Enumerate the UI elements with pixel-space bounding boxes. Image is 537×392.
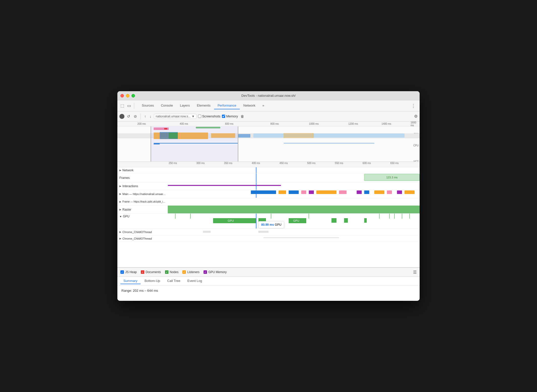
main-track-row: ▶ Main — https://nationalrail.umaar.now.… (117, 190, 420, 198)
upload-button[interactable]: ↑ (143, 114, 147, 119)
kebab-menu[interactable]: ⋮ (409, 102, 418, 110)
network-expand-icon[interactable]: ▶ (119, 169, 121, 172)
svg-rect-40 (364, 218, 367, 223)
interactions-cursor (256, 182, 256, 190)
tab-console[interactable]: Console (157, 102, 177, 109)
frame-track-label[interactable]: ▶ Frame — https://track.zpbt.uk/zpbt_ifr… (117, 198, 168, 205)
gpu-collapse-icon[interactable]: ▼ (119, 215, 122, 218)
detail-mark-450: 450 ms (280, 162, 288, 165)
main-track-svg (168, 190, 420, 198)
legend-listeners[interactable]: ✓ Listeners (182, 270, 199, 274)
main-track-label[interactable]: ▶ Main — https://nationalrail.umaar.now.… (117, 190, 168, 198)
svg-rect-10 (284, 133, 314, 138)
settings-button[interactable]: ⚙ (414, 114, 418, 119)
tab-call-tree[interactable]: Call Tree (164, 278, 183, 284)
svg-rect-17 (279, 190, 286, 194)
gpu-track-content[interactable]: GPU GPU (168, 214, 420, 228)
svg-rect-46 (203, 231, 211, 233)
frames-badge: 123.3 ms (364, 174, 420, 181)
clear-button[interactable]: ⊘ (133, 114, 138, 119)
summary-area: Range: 202 ms – 644 ms (117, 286, 420, 301)
main-expand-icon[interactable]: ▶ (119, 192, 121, 195)
legend-gpu-memory[interactable]: ✓ GPU Memory (204, 270, 227, 274)
analysis-tabs: Summary Bottom-Up Call Tree Event Log (117, 277, 420, 286)
legend-gpu-memory-check: ✓ (204, 270, 207, 274)
tab-sources[interactable]: Sources (138, 102, 157, 109)
tab-elements[interactable]: Elements (193, 102, 214, 109)
interactions-expand-icon[interactable]: ▶ (119, 185, 121, 187)
screenshots-input[interactable] (198, 115, 201, 118)
time-mark-600: 600 ms (225, 122, 233, 125)
gpu-track-row: ▼ GPU GPU (117, 214, 420, 229)
time-cursor (256, 167, 256, 173)
svg-rect-19 (301, 190, 306, 194)
overview-timeline[interactable]: 200 ms 400 ms 600 ms 800 ms 1000 ms 1200… (117, 121, 420, 162)
delete-button[interactable]: 🗑 (240, 114, 245, 119)
svg-rect-26 (387, 190, 392, 194)
io-track-2-label[interactable]: ▶ Chrome_ChildIOThread (117, 235, 168, 242)
memory-label: Memory (226, 114, 238, 118)
io-track-1-label[interactable]: ▶ Chrome_ChildIOThread (117, 229, 168, 235)
svg-text:GPU: GPU (293, 219, 299, 222)
svg-rect-27 (397, 190, 402, 194)
tab-more[interactable]: » (259, 102, 268, 109)
legend-menu-button[interactable]: ☰ (413, 270, 417, 275)
legend-js-heap-label: JS Heap (125, 270, 137, 274)
io2-expand-icon[interactable]: ▶ (119, 237, 121, 240)
close-button[interactable] (120, 94, 124, 97)
controls-bar: ↺ ⊘ ↑ ↓ nationalrail.umaar.now.s... ▼ Sc… (117, 111, 420, 121)
tab-network[interactable]: Network (240, 102, 259, 109)
tab-layers[interactable]: Layers (176, 102, 193, 109)
main-track-content[interactable] (168, 190, 420, 198)
refresh-button[interactable]: ↺ (126, 114, 131, 119)
svg-rect-47 (258, 231, 268, 233)
network-track-label[interactable]: ▶ Network (117, 167, 168, 173)
url-selector[interactable]: nationalrail.umaar.now.s... ▼ (154, 114, 196, 119)
legend-nodes[interactable]: ✓ Nodes (165, 270, 179, 274)
legend-documents[interactable]: ✓ Documents (141, 270, 161, 274)
download-button[interactable]: ↓ (149, 114, 152, 119)
tab-summary[interactable]: Summary (120, 278, 141, 284)
io-track-2-row: ▶ Chrome_ChildIOThread (117, 235, 420, 242)
tab-performance[interactable]: Performance (214, 102, 240, 109)
memory-input[interactable] (222, 115, 225, 118)
legend-documents-label: Documents (146, 270, 161, 274)
memory-checkbox[interactable]: Memory (222, 114, 238, 118)
frame-expand-icon[interactable]: ▶ (119, 200, 121, 203)
raster-track-content (168, 206, 420, 213)
io1-expand-icon[interactable]: ▶ (119, 231, 121, 233)
tab-bottom-up[interactable]: Bottom-Up (142, 278, 163, 284)
frames-track-content[interactable]: 123.3 ms (168, 173, 420, 182)
legend-nodes-label: Nodes (170, 270, 179, 274)
range-label: Range: 202 ms – 644 ms (121, 289, 158, 292)
title-bar: DevTools - nationalrail.umaar.now.sh/ (117, 91, 420, 100)
screenshots-checkbox[interactable]: Screenshots (198, 114, 220, 118)
interactions-track-content (168, 182, 420, 190)
time-mark-200: 200 ms (138, 122, 146, 125)
raster-track-label[interactable]: ▶ Raster (117, 206, 168, 213)
device-icon[interactable]: ▭ (126, 102, 132, 109)
cursor-icon[interactable]: ⬚ (119, 102, 125, 109)
time-ruler-top: 200 ms 400 ms 600 ms 800 ms 1000 ms 1200… (117, 121, 420, 126)
detail-timeline[interactable]: 250 ms 300 ms 350 ms 400 ms 450 ms 500 m… (117, 162, 420, 268)
gpu-track-svg: GPU GPU (168, 214, 420, 228)
raster-track-row: ▶ Raster (117, 206, 420, 214)
svg-rect-25 (374, 190, 384, 194)
frame-track-content (168, 198, 420, 205)
legend-listeners-check: ✓ (182, 270, 186, 274)
raster-expand-icon[interactable]: ▶ (119, 208, 121, 211)
record-button[interactable] (119, 114, 124, 119)
io-track-2-name: Chrome_ChildIOThread (122, 237, 152, 240)
tab-event-log[interactable]: Event Log (184, 278, 205, 284)
svg-rect-23 (357, 190, 362, 194)
gpu-track-name: GPU (123, 215, 129, 218)
io-track-1-content (168, 229, 420, 235)
minimize-button[interactable] (126, 94, 129, 97)
network-track-content (168, 167, 420, 173)
legend-js-heap[interactable]: ✓ JS Heap (120, 270, 137, 274)
maximize-button[interactable] (131, 94, 135, 97)
interactions-track-label[interactable]: ▶ Interactions (117, 182, 168, 190)
gpu-tooltip-label: GPU (275, 223, 281, 226)
legend-documents-check: ✓ (141, 270, 144, 274)
traffic-lights (120, 94, 135, 97)
